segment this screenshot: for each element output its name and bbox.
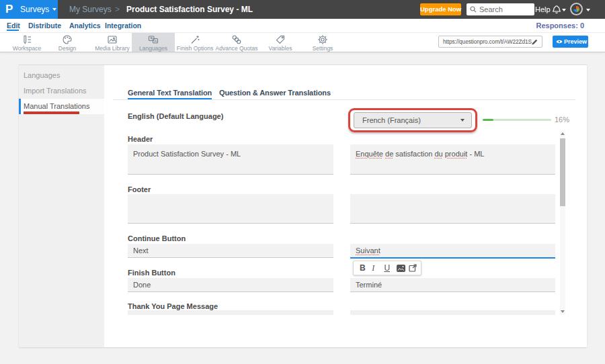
translate-icon: A <box>148 34 159 45</box>
toolbar-item-design[interactable]: Design <box>46 33 89 52</box>
responses-count[interactable]: Responses: 0 <box>536 19 584 32</box>
field-label-footer: Footer <box>128 185 151 194</box>
field-label-finish-button: Finish Button <box>128 268 175 277</box>
menu-integration[interactable]: Integration <box>105 19 141 32</box>
search-icon <box>470 6 477 13</box>
rich-text-toolbar: B I U <box>353 261 421 275</box>
field-label-header: Header <box>128 134 153 144</box>
finish-source-input[interactable]: Done <box>128 278 333 292</box>
workspace-icon <box>22 34 32 45</box>
continue-source-value: Next <box>133 246 149 255</box>
toolbar-item-finish-options[interactable]: Finish Options <box>173 33 216 52</box>
links-icon <box>231 34 242 45</box>
continue-translation-input[interactable]: Suivant <box>350 244 555 259</box>
edit-menu-bar: Edit Distribute Analytics Integration Re… <box>0 19 605 33</box>
thank-you-translation-textarea[interactable] <box>350 310 555 315</box>
translation-progress-percent: 16% <box>555 115 569 124</box>
insert-link-button[interactable] <box>409 264 421 272</box>
menu-edit-active-underline <box>7 30 19 31</box>
tabs-divider <box>113 99 575 100</box>
breadcrumb-separator: > <box>115 0 120 19</box>
content-scrollbar[interactable] <box>560 130 565 315</box>
bold-button[interactable]: B <box>360 263 372 273</box>
eye-icon <box>556 39 563 44</box>
default-language-label: English (Default Language) <box>128 108 223 124</box>
toolbar-item-variables[interactable]: Variables <box>259 33 302 52</box>
sidebar-item-languages[interactable]: Languages <box>19 68 104 83</box>
surveys-caret-icon[interactable] <box>52 8 56 11</box>
survey-toolbar: Workspace Design Media Library A Languag… <box>0 33 605 52</box>
help-link[interactable]: Help <box>535 0 551 19</box>
header-source-textarea[interactable]: Product Satisfaction Survey - ML <box>128 144 333 175</box>
field-label-continue-button: Continue Button <box>128 234 186 243</box>
preview-button[interactable]: Preview <box>553 36 588 48</box>
scrollbar-thumb[interactable] <box>560 138 565 206</box>
toolbar-item-workspace[interactable]: Workspace <box>5 33 48 52</box>
bell-caret-icon[interactable] <box>562 9 566 11</box>
header-translation-textarea[interactable]: Enquête de satisfaction du produit - ML <box>350 144 555 175</box>
survey-url-box[interactable]: https://questionpro.com/t/AW22Zd1S1 <box>438 36 542 48</box>
breadcrumb-survey-title: Product Satisfaction Survey - ML <box>126 0 253 19</box>
bell-icon[interactable] <box>552 5 561 15</box>
survey-url-text[interactable]: https://questionpro.com/t/AW22Zd1S1 <box>443 36 532 47</box>
toolbar-item-advance-quotas[interactable]: Advance Quotas <box>215 33 258 52</box>
tab-question-answer-translations[interactable]: Question & Answer Translations <box>219 87 331 98</box>
toolbar-item-media-library[interactable]: Media Library <box>91 33 134 52</box>
continue-source-input[interactable]: Next <box>128 244 333 258</box>
scrollbar-up-arrow[interactable] <box>561 132 565 135</box>
breadcrumb-my-surveys[interactable]: My Surveys <box>69 0 112 19</box>
continue-translation-value: Suivant <box>356 246 380 255</box>
italic-button[interactable]: I <box>372 263 384 273</box>
translation-progress-bar <box>483 119 551 121</box>
search-placeholder: Search <box>479 3 503 15</box>
app-menu-surveys[interactable]: Surveys <box>20 0 49 19</box>
field-label-thank-you: Thank You Page Message <box>128 302 218 311</box>
avatar-gauge <box>573 6 579 12</box>
image-icon <box>107 34 118 45</box>
insert-image-button[interactable] <box>397 265 409 272</box>
scrollbar-down-arrow[interactable] <box>561 310 565 313</box>
header-translation-value: Enquête de satisfaction du produit - ML <box>356 150 484 158</box>
upgrade-now-button[interactable]: Upgrade Now <box>420 3 461 15</box>
avatar-caret-icon[interactable] <box>586 9 590 11</box>
finish-translation-value: Terminé <box>356 281 382 289</box>
top-bar: P Surveys My Surveys > Product Satisfact… <box>0 0 605 19</box>
toolbar-item-settings[interactable]: Settings <box>301 33 344 52</box>
underline-button[interactable]: U <box>384 263 396 273</box>
app-logo-block[interactable]: P Surveys <box>0 0 58 19</box>
finish-translation-input[interactable]: Terminé <box>350 278 555 292</box>
finish-source-value: Done <box>133 281 151 289</box>
main-panel: Languages Import Translations Manual Tra… <box>19 64 587 347</box>
language-select[interactable]: French (Français) <box>354 112 472 128</box>
translations-sidebar: Languages Import Translations Manual Tra… <box>19 65 104 347</box>
wand-icon <box>190 34 200 45</box>
search-input[interactable]: Search <box>467 3 534 15</box>
gear-icon <box>317 34 328 45</box>
questionpro-logo[interactable]: P <box>5 0 13 19</box>
palette-icon <box>62 34 73 45</box>
avatar[interactable] <box>570 3 583 15</box>
toolbar-item-languages[interactable]: A Languages <box>132 33 175 52</box>
menu-distribute[interactable]: Distribute <box>28 19 61 32</box>
footer-source-textarea[interactable] <box>128 194 333 224</box>
header-source-value: Product Satisfaction Survey - ML <box>133 150 241 158</box>
selected-language: French (Français) <box>362 113 421 128</box>
edit-url-pencil-icon[interactable] <box>531 38 538 46</box>
dropdown-caret-icon <box>460 119 465 122</box>
footer-translation-textarea[interactable] <box>350 194 555 224</box>
translation-progress-fill <box>483 119 493 121</box>
tag-icon <box>275 34 286 45</box>
manual-translations-red-annotation <box>24 111 79 114</box>
thank-you-source-textarea[interactable] <box>128 310 333 315</box>
svg-text:A: A <box>155 39 157 43</box>
menu-analytics[interactable]: Analytics <box>69 19 101 32</box>
tab-general-text-translation[interactable]: General Text Translation <box>128 87 212 98</box>
sidebar-item-import-translations[interactable]: Import Translations <box>19 83 104 99</box>
